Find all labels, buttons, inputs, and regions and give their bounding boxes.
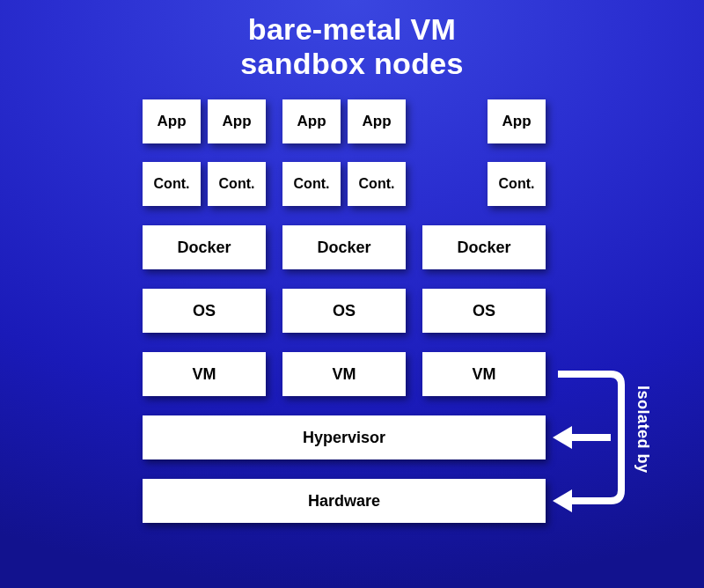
container-box-2: Cont. — [208, 162, 266, 206]
docker-box-1: Docker — [143, 225, 266, 269]
app-box-2: App — [208, 99, 266, 143]
isolated-by-label: Isolated by — [634, 386, 652, 474]
title-line-2: sandbox nodes — [240, 47, 463, 80]
app-label: App — [222, 113, 251, 130]
app-box-4: App — [348, 99, 406, 143]
app-label: App — [157, 113, 186, 130]
svg-marker-3 — [553, 489, 572, 512]
vm-label: VM — [473, 365, 496, 384]
container-box-1: Cont. — [143, 162, 201, 206]
svg-marker-1 — [553, 426, 572, 449]
vm-box-1: VM — [143, 352, 266, 396]
docker-box-2: Docker — [282, 225, 406, 269]
docker-label: Docker — [317, 239, 370, 257]
hardware-label: Hardware — [308, 492, 380, 511]
title-line-1: bare-metal VM — [248, 12, 456, 46]
app-label: App — [502, 113, 531, 130]
hypervisor-box: Hypervisor — [143, 415, 546, 459]
container-box-4: Cont. — [348, 162, 406, 206]
container-label: Cont. — [154, 176, 190, 192]
container-label: Cont. — [294, 176, 330, 192]
container-label: Cont. — [219, 176, 255, 192]
docker-label: Docker — [177, 239, 231, 257]
diagram-canvas: bare-metal VM sandbox nodes App App App … — [0, 0, 704, 588]
docker-box-3: Docker — [422, 225, 546, 269]
container-label: Cont. — [499, 176, 535, 192]
os-label: OS — [193, 302, 216, 320]
diagram-title: bare-metal VM sandbox nodes — [0, 12, 704, 81]
hardware-box: Hardware — [143, 479, 546, 523]
vm-box-2: VM — [282, 352, 406, 396]
app-box-3: App — [282, 99, 341, 143]
os-box-2: OS — [282, 289, 406, 333]
os-box-3: OS — [422, 289, 546, 333]
vm-box-3: VM — [422, 352, 546, 396]
container-box-5: Cont. — [488, 162, 546, 206]
hypervisor-label: Hypervisor — [303, 429, 385, 447]
docker-label: Docker — [457, 239, 510, 257]
vm-label: VM — [193, 365, 216, 384]
os-label: OS — [473, 302, 495, 320]
os-box-1: OS — [143, 289, 266, 333]
container-box-3: Cont. — [282, 162, 341, 206]
app-box-5: App — [488, 99, 546, 143]
app-label: App — [297, 113, 326, 130]
container-label: Cont. — [359, 176, 395, 192]
app-label: App — [362, 113, 391, 130]
app-box-1: App — [143, 99, 201, 143]
vm-label: VM — [333, 365, 356, 384]
os-label: OS — [333, 302, 356, 320]
